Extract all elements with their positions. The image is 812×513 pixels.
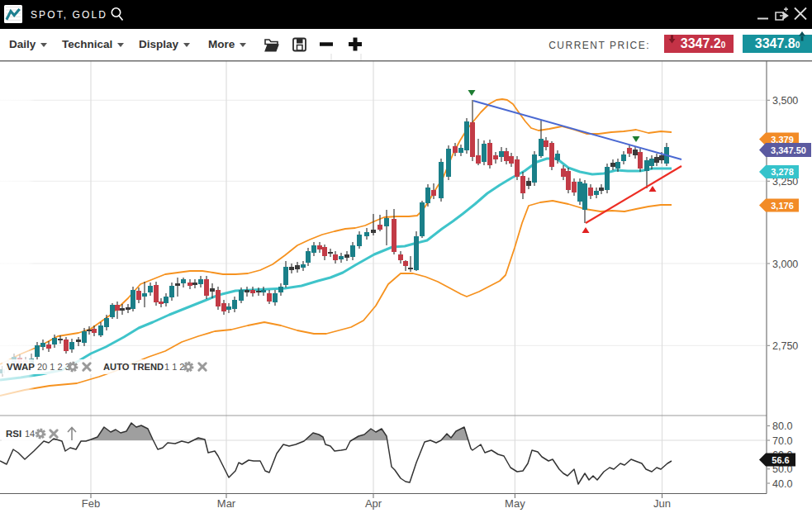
svg-text:40.0: 40.0: [772, 478, 792, 490]
svg-text:3,347.50: 3,347.50: [771, 145, 806, 155]
svg-text:1 1 2: 1 1 2: [164, 362, 184, 372]
svg-text:VWAP: VWAP: [7, 362, 35, 372]
svg-text:56.6: 56.6: [772, 455, 789, 465]
svg-text:Mar: Mar: [217, 497, 236, 510]
svg-text:RSI: RSI: [6, 429, 21, 439]
svg-text:AUTO TREND: AUTO TREND: [103, 362, 164, 372]
svg-text:3,176: 3,176: [771, 201, 794, 211]
svg-text:20 1 2 3: 20 1 2 3: [37, 362, 70, 372]
svg-text:Feb: Feb: [82, 497, 100, 510]
svg-text:3,278: 3,278: [771, 167, 794, 177]
svg-text:3,500: 3,500: [772, 95, 798, 107]
svg-text:3,000: 3,000: [772, 259, 798, 270]
svg-text:14: 14: [25, 429, 35, 439]
svg-text:Apr: Apr: [365, 497, 382, 510]
svg-text:2,750: 2,750: [772, 340, 798, 352]
svg-text:80.0: 80.0: [772, 420, 792, 432]
svg-text:May: May: [505, 497, 525, 510]
svg-text:70.0: 70.0: [772, 435, 792, 447]
svg-text:Jun: Jun: [653, 497, 671, 510]
svg-text:3,379: 3,379: [771, 135, 794, 145]
